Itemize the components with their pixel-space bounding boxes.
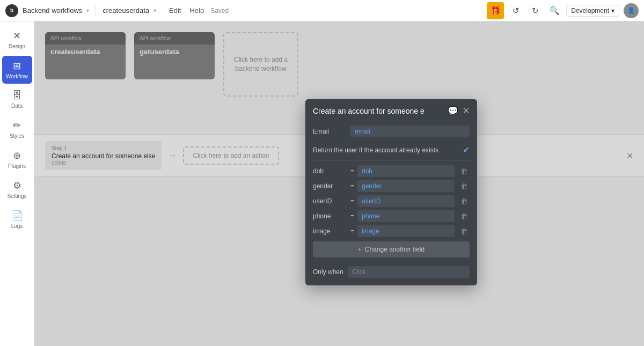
gift-icon[interactable]: 🎁: [487, 2, 504, 19]
sidebar-item-settings[interactable]: ⚙ Settings: [2, 175, 32, 203]
topbar-saved: Saved: [210, 7, 229, 14]
sidebar-label-settings: Settings: [7, 193, 26, 199]
field-eq-phone: =: [350, 212, 354, 220]
create-account-modal: Create an account for someone e 💬 ✕ Emai…: [305, 99, 477, 285]
field-key-userid: userID: [313, 197, 350, 205]
return-user-row: Return the user if the account already e…: [313, 142, 470, 161]
field-eq-image: =: [350, 227, 354, 235]
data-fields-list: dob = dob 🗑 gender = gender 🗑 userID: [313, 165, 470, 237]
sidebar-label-workflow: Workflow: [6, 73, 28, 79]
field-val-userid[interactable]: userID: [357, 195, 455, 207]
sidebar-label-design: Design: [9, 43, 25, 49]
sidebar-item-logs[interactable]: 📄 Logs: [2, 205, 32, 233]
logs-icon: 📄: [11, 210, 23, 222]
sidebar-item-workflow[interactable]: ⊞ Workflow: [2, 56, 32, 84]
add-field-plus-icon: +: [358, 246, 362, 253]
field-del-gender[interactable]: 🗑: [459, 182, 470, 190]
add-field-label: Change another field: [365, 246, 425, 253]
sidebar-label-styles: Styles: [10, 133, 24, 139]
field-key-image: image: [313, 227, 350, 235]
sidebar-item-data[interactable]: 🗄 Data: [2, 86, 32, 113]
modal-title: Create an account for someone e: [313, 107, 425, 115]
app-name: Backend workflows: [23, 6, 82, 14]
modal-header: Create an account for someone e 💬 ✕: [305, 99, 477, 122]
field-key-gender: gender: [313, 182, 350, 190]
styles-icon: ✏: [13, 120, 21, 131]
sidebar-label-data: Data: [11, 103, 23, 109]
env-chevron: ▾: [611, 7, 614, 14]
email-value[interactable]: email: [350, 126, 470, 137]
app-dropdown-chevron[interactable]: ▾: [86, 8, 89, 13]
only-when-input[interactable]: Click: [348, 266, 470, 278]
workflow-icon: ⊞: [13, 60, 21, 72]
field-val-phone[interactable]: phone: [357, 210, 455, 222]
plugins-icon: ⊕: [13, 150, 21, 161]
field-row-userid: userID = userID 🗑: [313, 195, 470, 207]
field-eq-userid: =: [350, 197, 354, 205]
email-field-row: Email email: [313, 122, 470, 141]
topbar-divider: [96, 5, 96, 16]
return-user-check[interactable]: ✔: [463, 145, 470, 155]
undo-button[interactable]: ↺: [508, 3, 523, 18]
env-label: Development: [571, 7, 609, 14]
field-row-gender: gender = gender 🗑: [313, 180, 470, 192]
field-row-phone: phone = phone 🗑: [313, 210, 470, 222]
modal-body: Email email Return the user if the accou…: [305, 122, 477, 285]
nav-help[interactable]: Help: [189, 6, 204, 14]
user-avatar[interactable]: 👤: [624, 3, 639, 18]
field-row-dob: dob = dob 🗑: [313, 165, 470, 177]
return-user-label: Return the user if the account already e…: [313, 146, 438, 154]
only-when-label: Only when: [313, 268, 343, 276]
sidebar-label-logs: Logs: [11, 223, 23, 229]
topbar-nav: Edit Help: [169, 6, 204, 14]
main-layout: ✕ Design ⊞ Workflow 🗄 Data ✏ Styles ⊕ Pl…: [0, 21, 644, 346]
only-when-row: Only when Click: [313, 264, 470, 278]
topbar: b Backend workflows ▾ createuserdata ▾ E…: [0, 0, 644, 21]
modal-close-icon[interactable]: ✕: [463, 106, 470, 116]
workflow-name: createuserdata: [103, 6, 149, 14]
field-val-gender[interactable]: gender: [357, 180, 455, 192]
sidebar-item-design[interactable]: ✕ Design: [2, 26, 32, 54]
field-del-userid[interactable]: 🗑: [459, 197, 470, 205]
main-canvas: API workflow createuserdata API workflow…: [34, 21, 644, 346]
sidebar: ✕ Design ⊞ Workflow 🗄 Data ✏ Styles ⊕ Pl…: [0, 21, 34, 346]
field-row-image: image = image 🗑: [313, 225, 470, 237]
modal-header-icons: 💬 ✕: [448, 106, 470, 116]
field-val-dob[interactable]: dob: [357, 165, 455, 177]
sidebar-item-plugins[interactable]: ⊕ Plugins: [2, 145, 32, 173]
design-icon: ✕: [13, 30, 21, 42]
email-label: Email: [313, 128, 350, 135]
settings-icon: ⚙: [13, 180, 21, 192]
env-selector[interactable]: Development ▾: [566, 5, 619, 17]
field-del-dob[interactable]: 🗑: [459, 167, 470, 175]
workflow-dropdown-chevron[interactable]: ▾: [153, 8, 156, 13]
redo-button[interactable]: ↻: [528, 3, 543, 18]
search-button[interactable]: 🔍: [547, 3, 562, 18]
field-eq-dob: =: [350, 167, 354, 175]
field-eq-gender: =: [350, 182, 354, 190]
field-del-image[interactable]: 🗑: [459, 227, 470, 235]
field-key-phone: phone: [313, 212, 350, 220]
nav-edit[interactable]: Edit: [169, 6, 181, 14]
sidebar-label-plugins: Plugins: [8, 163, 26, 169]
field-del-phone[interactable]: 🗑: [459, 212, 470, 220]
app-logo: b: [5, 4, 18, 17]
modal-comment-icon[interactable]: 💬: [448, 106, 458, 116]
field-val-image[interactable]: image: [357, 225, 455, 237]
topbar-right: 🎁 ↺ ↻ 🔍 Development ▾ 👤: [487, 2, 639, 19]
sidebar-item-styles[interactable]: ✏ Styles: [2, 115, 32, 143]
data-icon: 🗄: [12, 90, 22, 101]
field-key-dob: dob: [313, 167, 350, 175]
add-field-button[interactable]: + Change another field: [313, 241, 470, 257]
